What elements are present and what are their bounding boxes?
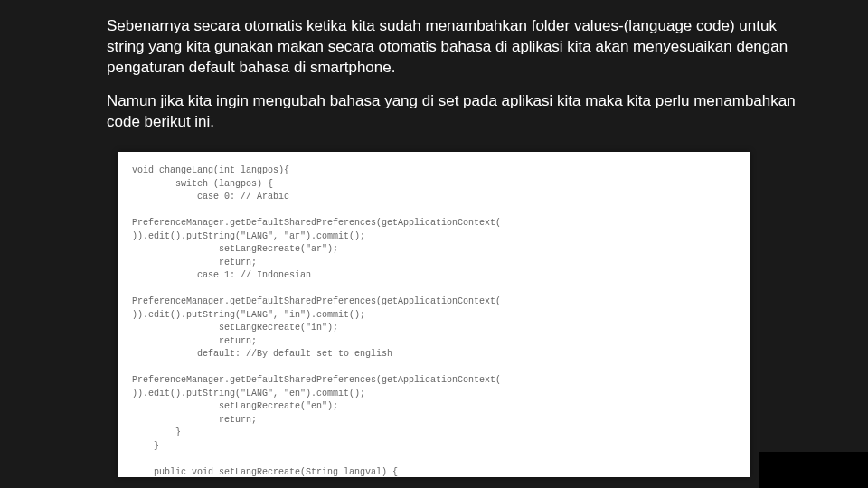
code-snippet: void changeLang(int langpos){ switch (la… xyxy=(118,152,750,477)
slide: Sebenarnya secara otomatis ketika kita s… xyxy=(0,0,868,488)
paragraph-2: Namun jika kita ingin mengubah bahasa ya… xyxy=(107,91,812,133)
corner-accent xyxy=(760,452,868,488)
paragraph-1: Sebenarnya secara otomatis ketika kita s… xyxy=(107,16,812,79)
body-text: Sebenarnya secara otomatis ketika kita s… xyxy=(107,16,812,133)
